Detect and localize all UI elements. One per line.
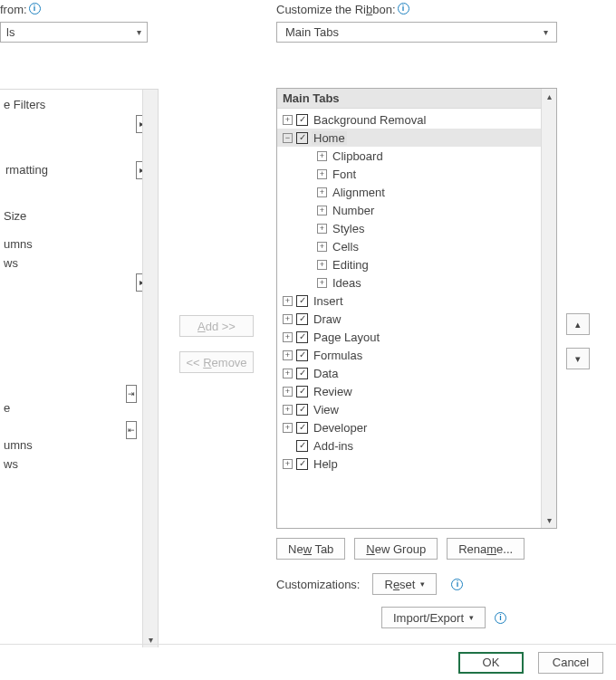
info-icon[interactable]: i: [29, 3, 41, 14]
cancel-button[interactable]: Cancel: [538, 652, 603, 674]
info-icon[interactable]: i: [398, 3, 409, 14]
tab-node-background-removal[interactable]: + ✓ Background Removal: [277, 110, 541, 129]
expand-icon[interactable]: +: [283, 332, 293, 342]
checkbox[interactable]: ✓: [296, 458, 308, 470]
reset-button[interactable]: Reset▾: [372, 573, 437, 595]
group-node-number[interactable]: +Number: [317, 201, 541, 219]
column-width-icon: ⇤: [126, 421, 137, 439]
list-item[interactable]: umns: [0, 235, 158, 254]
caret-down-icon: ▾: [137, 27, 141, 37]
group-node-alignment[interactable]: +Alignment: [317, 183, 541, 201]
expand-icon[interactable]: +: [317, 206, 327, 215]
column-width-icon: ⇥: [126, 385, 137, 403]
checkbox[interactable]: ✓: [296, 422, 308, 434]
new-group-button[interactable]: New Group: [354, 538, 438, 560]
commands-listbox[interactable]: e Filters ▸ rmatting▸ Size umns ws ▸ ⇥ ⇤…: [0, 89, 159, 647]
group-node-clipboard[interactable]: +Clipboard: [317, 147, 541, 165]
expand-icon[interactable]: +: [283, 369, 293, 378]
expand-icon[interactable]: +: [317, 169, 327, 179]
ok-button[interactable]: OK: [458, 652, 524, 674]
checkbox[interactable]: ✓: [296, 440, 308, 452]
expand-icon[interactable]: +: [283, 423, 293, 433]
tree-header: Main Tabs: [277, 89, 556, 109]
add-button: AAdd >>dd >>: [179, 315, 254, 337]
choose-from-label: from:i: [0, 3, 41, 16]
list-item[interactable]: e Filters: [0, 95, 158, 114]
tab-node-review[interactable]: +✓Review: [277, 382, 541, 400]
caret-down-icon: ▾: [420, 579, 425, 589]
choose-from-value: ls: [6, 25, 14, 39]
checkbox[interactable]: ✓: [296, 331, 308, 343]
list-item[interactable]: ws: [0, 455, 158, 474]
tab-node-help[interactable]: +✓Help: [277, 455, 541, 473]
left-commands-panel: from:i ls ▾ e Filters ▸ rmatting▸ Size u…: [0, 0, 159, 647]
expand-icon[interactable]: +: [283, 115, 293, 125]
scroll-down-icon[interactable]: ▾: [542, 512, 556, 528]
scroll-up-icon[interactable]: ▴: [542, 89, 556, 104]
tab-node-data[interactable]: +✓Data: [277, 364, 541, 382]
list-item[interactable]: ▸: [5, 114, 158, 133]
list-item[interactable]: ▸: [5, 273, 158, 292]
expand-icon[interactable]: +: [283, 459, 293, 469]
caret-down-icon: ▾: [544, 27, 548, 37]
tab-node-addins[interactable]: ✓Add-ins: [277, 436, 541, 455]
tab-node-developer[interactable]: +✓Developer: [277, 418, 541, 436]
tree-body[interactable]: + ✓ Background Removal − ✓ Home +Clipboa…: [277, 110, 541, 528]
expand-icon[interactable]: +: [317, 224, 327, 234]
group-node-editing[interactable]: +Editing: [317, 255, 541, 273]
expand-icon[interactable]: +: [283, 405, 293, 415]
ribbon-scope-select[interactable]: Main Tabs ▾: [276, 22, 557, 43]
ribbon-tree: Main Tabs + ✓ Background Removal − ✓ Hom…: [276, 88, 557, 529]
expand-icon[interactable]: +: [283, 387, 293, 397]
new-tab-button[interactable]: New Tab: [276, 538, 345, 560]
collapse-icon[interactable]: −: [283, 133, 293, 143]
list-item[interactable]: ws: [0, 254, 158, 273]
expand-icon[interactable]: +: [317, 278, 327, 288]
group-node-ideas[interactable]: +Ideas: [317, 273, 541, 292]
checkbox[interactable]: ✓: [296, 114, 308, 126]
tab-node-page-layout[interactable]: +✓Page Layout: [277, 328, 541, 346]
expand-icon[interactable]: +: [283, 314, 293, 324]
checkbox[interactable]: ✓: [296, 404, 308, 416]
group-node-styles[interactable]: +Styles: [317, 219, 541, 237]
checkbox[interactable]: ✓: [296, 350, 308, 361]
expand-icon[interactable]: +: [317, 242, 327, 252]
customizations-label: Customizations:: [276, 578, 360, 591]
scrollbar[interactable]: ▾: [142, 90, 158, 647]
tab-node-home[interactable]: − ✓ Home: [277, 129, 541, 147]
checkbox[interactable]: ✓: [296, 368, 308, 379]
choose-from-select[interactable]: ls ▾: [0, 22, 148, 43]
scrollbar[interactable]: ▴ ▾: [541, 89, 556, 528]
list-item[interactable]: Size: [0, 206, 158, 225]
group-node-font[interactable]: +Font: [317, 165, 541, 183]
checkbox[interactable]: ✓: [296, 313, 308, 325]
info-icon[interactable]: i: [495, 612, 506, 624]
dialog-footer: OK Cancel: [0, 644, 616, 680]
group-node-cells[interactable]: +Cells: [317, 237, 541, 255]
ribbon-scope-value: Main Tabs: [285, 25, 339, 39]
info-icon[interactable]: i: [451, 579, 463, 590]
checkbox[interactable]: ✓: [296, 386, 308, 397]
move-up-button[interactable]: ▴: [566, 313, 590, 335]
tab-node-insert[interactable]: +✓Insert: [277, 292, 541, 310]
remove-button: << Remove: [179, 351, 254, 373]
import-export-button[interactable]: Import/Export▾: [381, 607, 486, 628]
move-down-button[interactable]: ▾: [566, 348, 590, 369]
tab-node-draw[interactable]: +✓Draw: [277, 310, 541, 328]
tab-node-view[interactable]: +✓View: [277, 400, 541, 418]
rename-button[interactable]: Rename...: [447, 538, 525, 560]
customize-ribbon-label: Customize the Ribbon:i: [276, 3, 409, 16]
caret-down-icon: ▾: [469, 613, 474, 622]
checkbox[interactable]: ✓: [296, 132, 308, 144]
expand-icon[interactable]: +: [317, 187, 327, 197]
tab-node-formulas[interactable]: +✓Formulas: [277, 346, 541, 364]
expand-icon[interactable]: +: [317, 151, 327, 161]
expand-icon[interactable]: +: [283, 350, 293, 360]
list-item[interactable]: rmatting▸: [5, 160, 158, 179]
expand-icon[interactable]: +: [317, 260, 327, 270]
expand-icon[interactable]: +: [283, 296, 293, 306]
checkbox[interactable]: ✓: [296, 295, 308, 307]
